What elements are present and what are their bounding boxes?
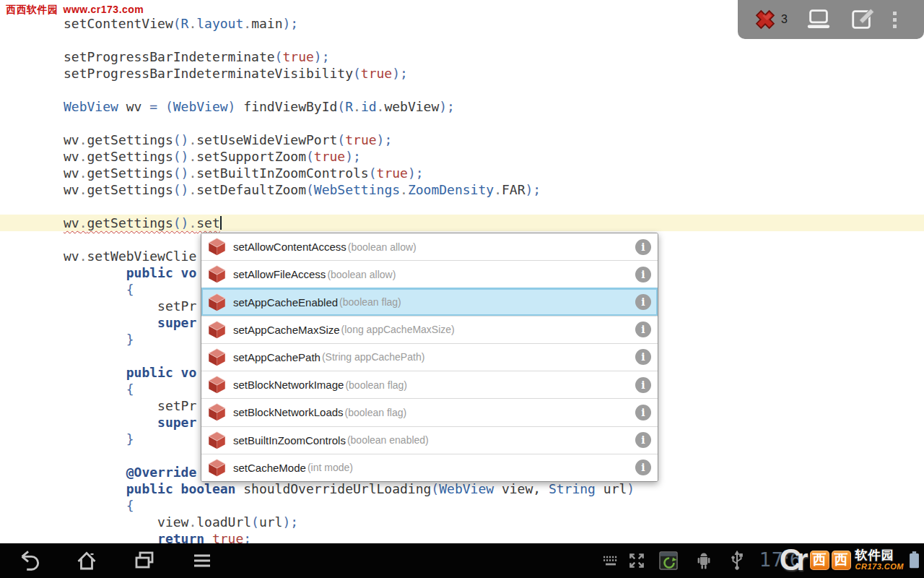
autocomplete-method-name: setBlockNetworkImage bbox=[233, 379, 344, 391]
info-icon[interactable]: i bbox=[635, 405, 651, 420]
aide-code-editor-screen: setContentView(R.layout.main);setProgres… bbox=[0, 0, 924, 578]
method-cube-icon bbox=[207, 458, 227, 478]
watermark-top: 西西软件园www.cr173.com bbox=[6, 4, 144, 17]
autocomplete-item[interactable]: setBlockNetworkLoads (boolean flag) i bbox=[201, 398, 658, 426]
overflow-menu-button[interactable] bbox=[893, 12, 897, 28]
error-x-icon bbox=[754, 8, 777, 31]
error-count-button[interactable]: 3 bbox=[754, 8, 788, 31]
logo-tile-1: 西 bbox=[810, 551, 829, 570]
method-cube-icon bbox=[207, 348, 227, 367]
run-laptop-icon bbox=[805, 8, 832, 31]
logo-cr-text: Cr bbox=[780, 543, 803, 577]
run-button[interactable] bbox=[805, 8, 832, 31]
error-count-badge: 3 bbox=[781, 13, 788, 26]
watermark-site-name: 西西软件园 bbox=[6, 4, 58, 15]
text-caret bbox=[220, 216, 222, 230]
recent-apps-button[interactable] bbox=[133, 549, 156, 572]
code-line: WebView wv = (WebView) findViewById(R.id… bbox=[64, 98, 924, 115]
home-button[interactable] bbox=[75, 549, 98, 572]
autocomplete-method-params: (boolean flag) bbox=[345, 407, 407, 418]
system-navbar: 17:6 Cr 西 西 软件园 CR173.COM bbox=[0, 543, 924, 578]
watermark-site-url: www.cr173.com bbox=[64, 4, 144, 15]
autocomplete-item[interactable]: setBlockNetworkImage (boolean flag) i bbox=[201, 371, 658, 398]
autocomplete-method-params: (boolean flag) bbox=[345, 379, 407, 391]
autocomplete-item[interactable]: setBuiltInZoomControls (boolean enabled)… bbox=[201, 426, 658, 454]
method-cube-icon bbox=[207, 431, 227, 450]
method-cube-icon bbox=[207, 293, 227, 312]
method-cube-icon bbox=[207, 264, 227, 284]
code-line: wv.getSettings().set bbox=[0, 215, 924, 231]
autocomplete-method-params: (boolean allow) bbox=[327, 269, 396, 280]
sync-app-status-icon[interactable] bbox=[658, 551, 679, 571]
battery-icon bbox=[909, 551, 920, 569]
edit-pencil-icon bbox=[850, 7, 874, 32]
autocomplete-item[interactable]: setAppCacheMaxSize (long appCacheMaxSize… bbox=[201, 316, 658, 343]
autocomplete-item[interactable]: setAllowFileAccess (boolean allow) i bbox=[201, 260, 658, 288]
autocomplete-method-params: (long appCacheMaxSize) bbox=[341, 324, 455, 335]
autocomplete-item[interactable]: setCacheMode (int mode) i bbox=[201, 454, 658, 481]
method-cube-icon bbox=[207, 402, 227, 422]
code-line: wv.getSettings().setUseWideViewPort(true… bbox=[64, 131, 924, 148]
code-line: view.loadUrl(url); bbox=[64, 514, 924, 530]
code-line: { bbox=[64, 497, 924, 514]
autocomplete-method-name: setBlockNetworkLoads bbox=[233, 406, 344, 418]
code-line: wv.getSettings().setDefaultZoom(WebSetti… bbox=[64, 181, 924, 198]
info-icon[interactable]: i bbox=[635, 432, 651, 448]
info-icon[interactable]: i bbox=[635, 349, 651, 365]
info-icon[interactable]: i bbox=[635, 460, 651, 475]
info-icon[interactable]: i bbox=[635, 239, 651, 255]
autocomplete-method-name: setAppCacheMaxSize bbox=[233, 324, 340, 336]
code-line bbox=[64, 115, 924, 131]
autocomplete-method-params: (boolean allow) bbox=[348, 241, 417, 253]
autocomplete-method-name: setAppCachePath bbox=[233, 351, 321, 363]
code-line bbox=[64, 82, 924, 98]
logo-tile-2: 西 bbox=[832, 551, 851, 570]
code-line: wv.getSettings().setSupportZoom(true); bbox=[64, 148, 924, 165]
autocomplete-dropdown: setAllowContentAccess (boolean allow) i … bbox=[201, 233, 658, 482]
fullscreen-status-icon[interactable] bbox=[627, 551, 646, 570]
autocomplete-method-params: (boolean enabled) bbox=[347, 434, 429, 446]
code-line: public boolean shouldOverrideUrlLoading(… bbox=[64, 480, 924, 497]
usb-connection-status-icon[interactable] bbox=[729, 551, 745, 571]
autocomplete-method-name: setAllowContentAccess bbox=[233, 241, 346, 253]
code-line bbox=[64, 198, 924, 215]
info-icon[interactable]: i bbox=[635, 267, 651, 282]
autocomplete-method-params: (int mode) bbox=[308, 462, 353, 473]
toolbar: 3 bbox=[738, 0, 924, 39]
usb-debugging-android-icon[interactable] bbox=[694, 551, 713, 571]
logo-site-url: CR173.COM bbox=[855, 562, 904, 571]
logo-site-name: 软件园 bbox=[855, 549, 904, 562]
info-icon[interactable]: i bbox=[635, 294, 651, 310]
method-cube-icon bbox=[207, 237, 227, 256]
code-line: setProgressBarIndeterminate(true); bbox=[64, 48, 924, 65]
autocomplete-method-params: (boolean flag) bbox=[339, 296, 401, 308]
autocomplete-item[interactable]: setAppCachePath (String appCachePath) i bbox=[201, 343, 658, 371]
autocomplete-method-params: (String appCachePath) bbox=[322, 351, 424, 363]
info-icon[interactable]: i bbox=[635, 322, 651, 337]
code-line: wv.getSettings().setBuiltInZoomControls(… bbox=[64, 165, 924, 181]
method-cube-icon bbox=[207, 320, 227, 340]
edit-button[interactable] bbox=[850, 7, 874, 32]
menu-button[interactable] bbox=[191, 549, 214, 572]
keyboard-status-icon[interactable] bbox=[601, 554, 620, 567]
autocomplete-method-name: setCacheMode bbox=[233, 462, 306, 474]
back-button[interactable] bbox=[17, 549, 40, 572]
autocomplete-method-name: setAppCacheEnabled bbox=[233, 296, 338, 309]
autocomplete-method-name: setBuiltInZoomControls bbox=[233, 434, 346, 447]
code-line: setProgressBarIndeterminateVisibility(tr… bbox=[64, 65, 924, 82]
info-icon[interactable]: i bbox=[635, 377, 651, 393]
autocomplete-method-name: setAllowFileAccess bbox=[233, 268, 326, 280]
autocomplete-item[interactable]: setAllowContentAccess (boolean allow) i bbox=[201, 233, 658, 260]
autocomplete-item[interactable]: setAppCacheEnabled (boolean flag) i bbox=[201, 288, 658, 315]
method-cube-icon bbox=[207, 375, 227, 394]
watermark-logo: Cr 西 西 软件园 CR173.COM bbox=[780, 543, 920, 577]
